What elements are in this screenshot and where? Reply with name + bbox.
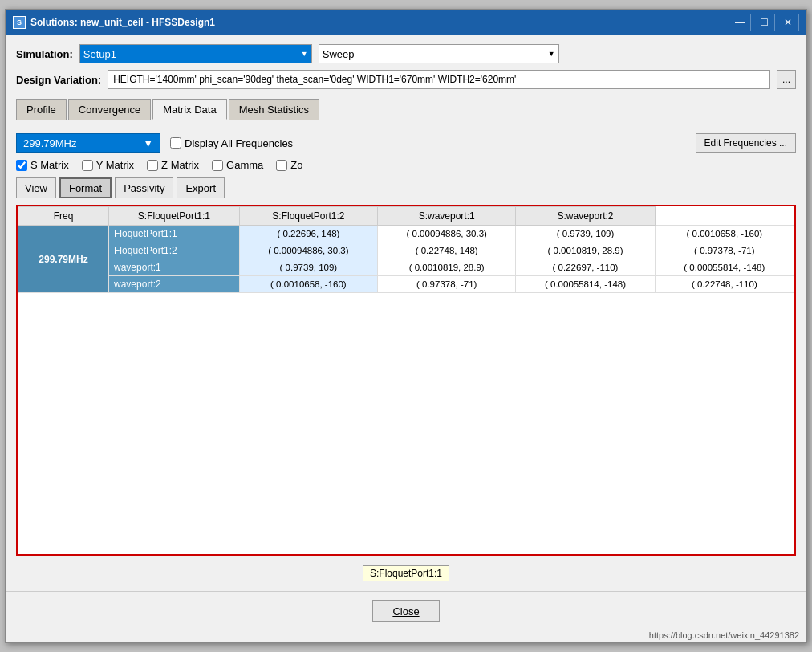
table-row: waveport:2 ( 0.0010658, -160) ( 0.97378,… (18, 276, 794, 293)
export-button[interactable]: Export (177, 177, 225, 198)
frequency-combo[interactable]: 299.79MHz ▼ (16, 133, 160, 153)
app-icon: S (13, 16, 26, 29)
title-bar: S Solutions: new_unit_ceil - HFSSDesign1… (6, 10, 806, 35)
tabs-bar: Profile Convergence Matrix Data Mesh Sta… (16, 99, 796, 120)
status-url: https://blog.csdn.net/weixin_44291382 (649, 630, 799, 640)
data-cell-3-3[interactable]: ( 0.22748, -110) (655, 276, 794, 293)
action-buttons-row: View Format Passivity Export (16, 177, 796, 198)
tooltip-row: S:FloquetPort1:1 (16, 565, 796, 581)
data-cell-0-2[interactable]: ( 0.9739, 109) (516, 226, 655, 242)
y-matrix-checkbox-item: Y Matrix (82, 159, 134, 171)
col-header-fq-port1-2: S:FloquetPort1:2 (239, 207, 377, 226)
s-matrix-label: S Matrix (30, 159, 69, 171)
view-button[interactable]: View (16, 177, 56, 198)
sweep-combo[interactable]: Sweep ▼ (319, 44, 559, 63)
tab-mesh-statistics[interactable]: Mesh Statistics (229, 99, 319, 120)
col-header-freq: Freq (18, 207, 109, 226)
zo-label: Zo (290, 159, 302, 171)
col-header-fq-port1-1: S:FloquetPort1:1 (109, 207, 240, 226)
row-label-wp1: waveport:1 (109, 259, 240, 276)
sweep-combo-arrow: ▼ (548, 50, 555, 58)
data-cell-0-1[interactable]: ( 0.00094886, 30.3) (378, 226, 516, 242)
tab-matrix-data[interactable]: Matrix Data (152, 99, 226, 120)
simulation-combo-arrow: ▼ (301, 50, 308, 58)
data-table-container: Freq S:FloquetPort1:1 S:FloquetPort1:2 S… (16, 205, 796, 556)
row-label-wp2: waveport:2 (109, 276, 240, 293)
matrix-data-table: Freq S:FloquetPort1:1 S:FloquetPort1:2 S… (18, 206, 794, 293)
frequency-value: 299.79MHz (23, 137, 76, 149)
zo-checkbox-item: Zo (276, 159, 302, 171)
close-window-button[interactable]: ✕ (777, 14, 799, 31)
tab-content-matrix-data: 299.79MHz ▼ Display All Frequencies Edit… (16, 127, 796, 581)
minimize-button[interactable]: — (729, 14, 751, 31)
row-label-fp1-2: FloquetPort1:2 (109, 242, 240, 259)
data-cell-0-0[interactable]: ( 0.22696, 148) (239, 226, 377, 242)
display-all-frequencies-label: Display All Frequencies (185, 137, 293, 149)
gamma-checkbox-item: Gamma (212, 159, 263, 171)
tab-convergence[interactable]: Convergence (68, 99, 151, 120)
design-variation-dots-button[interactable]: ... (777, 70, 796, 89)
data-cell-3-1[interactable]: ( 0.97378, -71) (378, 276, 516, 293)
tab-profile[interactable]: Profile (16, 99, 67, 120)
display-all-frequencies-checkbox-item: Display All Frequencies (170, 137, 293, 149)
format-button[interactable]: Format (59, 177, 112, 198)
design-variation-row: Design Variation: ... (16, 70, 796, 89)
main-window: S Solutions: new_unit_ceil - HFSSDesign1… (5, 9, 807, 643)
edit-frequencies-button[interactable]: Edit Frequencies ... (696, 133, 796, 153)
design-variation-input[interactable] (108, 70, 770, 89)
simulation-combo[interactable]: Setup1 ▼ (79, 44, 312, 63)
status-bar: https://blog.csdn.net/weixin_44291382 (6, 629, 806, 642)
data-cell-0-3[interactable]: ( 0.0010658, -160) (655, 226, 794, 242)
table-row: waveport:1 ( 0.9739, 109) ( 0.0010819, 2… (18, 259, 794, 276)
data-cell-1-0[interactable]: ( 0.00094886, 30.3) (239, 242, 377, 259)
window-title: Solutions: new_unit_ceil - HFSSDesign1 (30, 17, 215, 28)
z-matrix-checkbox[interactable] (147, 160, 158, 171)
y-matrix-checkbox[interactable] (82, 160, 93, 171)
frequency-selector-row: 299.79MHz ▼ Display All Frequencies Edit… (16, 133, 796, 153)
close-button-row: Close (6, 591, 806, 629)
gamma-label: Gamma (226, 159, 263, 171)
tooltip-box: S:FloquetPort1:1 (363, 565, 449, 581)
close-button[interactable]: Close (372, 600, 439, 622)
maximize-button[interactable]: ☐ (753, 14, 775, 31)
title-controls: — ☐ ✕ (729, 14, 799, 31)
data-cell-3-2[interactable]: ( 0.00055814, -148) (516, 276, 655, 293)
z-matrix-checkbox-item: Z Matrix (147, 159, 199, 171)
simulation-row: Simulation: Setup1 ▼ Sweep ▼ (16, 44, 796, 63)
gamma-checkbox[interactable] (212, 160, 223, 171)
row-label-fp1-1: FloquetPort1:1 (109, 226, 240, 242)
data-cell-2-3[interactable]: ( 0.00055814, -148) (655, 259, 794, 276)
passivity-button[interactable]: Passivity (115, 177, 173, 198)
s-matrix-checkbox[interactable] (16, 160, 27, 171)
frequency-combo-arrow: ▼ (143, 137, 153, 149)
y-matrix-label: Y Matrix (96, 159, 134, 171)
matrix-checkboxes-row: S Matrix Y Matrix Z Matrix Gamma Zo (16, 159, 796, 171)
s-matrix-checkbox-item: S Matrix (16, 159, 69, 171)
zo-checkbox[interactable] (276, 160, 287, 171)
table-row: FloquetPort1:2 ( 0.00094886, 30.3) ( 0.2… (18, 242, 794, 259)
display-all-frequencies-checkbox[interactable] (170, 137, 181, 149)
design-variation-label: Design Variation: (16, 74, 101, 86)
data-cell-2-2[interactable]: ( 0.22697, -110) (516, 259, 655, 276)
data-cell-3-0[interactable]: ( 0.0010658, -160) (239, 276, 377, 293)
col-header-waveport-2: S:waveport:2 (516, 207, 655, 226)
content-area: Simulation: Setup1 ▼ Sweep ▼ Design Vari… (6, 35, 806, 591)
simulation-value: Setup1 (83, 48, 116, 60)
table-row: 299.79MHz FloquetPort1:1 ( 0.22696, 148)… (18, 226, 794, 242)
data-cell-1-3[interactable]: ( 0.97378, -71) (655, 242, 794, 259)
simulation-label: Simulation: (16, 48, 73, 60)
data-cell-1-1[interactable]: ( 0.22748, 148) (378, 242, 516, 259)
freq-cell: 299.79MHz (18, 226, 109, 293)
title-bar-left: S Solutions: new_unit_ceil - HFSSDesign1 (13, 16, 215, 29)
data-cell-2-0[interactable]: ( 0.9739, 109) (239, 259, 377, 276)
sweep-value: Sweep (323, 48, 355, 60)
z-matrix-label: Z Matrix (161, 159, 199, 171)
data-cell-2-1[interactable]: ( 0.0010819, 28.9) (378, 259, 516, 276)
data-cell-1-2[interactable]: ( 0.0010819, 28.9) (516, 242, 655, 259)
col-header-waveport-1: S:waveport:1 (378, 207, 516, 226)
